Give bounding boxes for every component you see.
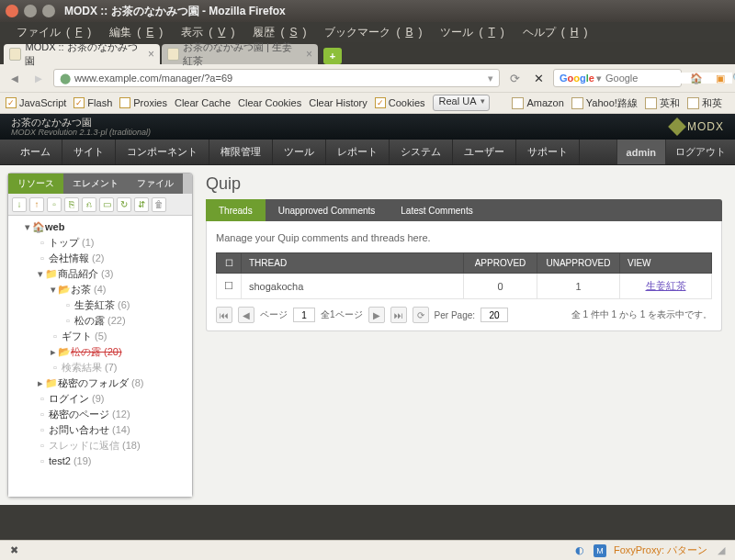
tree-item[interactable]: ▫test2 (19) (36, 454, 190, 469)
minimize-icon[interactable] (24, 5, 37, 17)
menu-help[interactable]: ヘルプ(H) (512, 23, 594, 42)
new-tab-button[interactable]: + (323, 48, 342, 64)
expand-all-icon[interactable]: ↓ (12, 197, 27, 212)
nav-system[interactable]: システム (390, 140, 453, 164)
menu-file[interactable]: ファイル(F) (6, 23, 96, 42)
toggle-flash[interactable]: Flash (74, 97, 112, 108)
tree-item[interactable]: ▾📂お茶 (4) ▫生姜紅茶 (6) ▫松の露 (22) (49, 282, 190, 329)
menu-tools[interactable]: ツール(T) (429, 23, 509, 42)
tree-item[interactable]: ▫お問い合わせ (14) (36, 422, 190, 438)
table-row[interactable]: ☐ shogakocha 0 1 生姜紅茶 (217, 274, 712, 299)
pager-first-icon[interactable]: ⏮ (216, 307, 232, 323)
browser-tab-active[interactable]: MODX :: お茶のなかみつ園 × (4, 44, 160, 64)
tree-item[interactable]: ▾📁商品紹介 (3) ▾📂お茶 (4) ▫生姜紅茶 (6) ▫松の露 (22) … (36, 266, 190, 375)
new-weblink-icon[interactable]: ⎘ (64, 197, 79, 212)
tree-item[interactable]: ▫秘密のページ (12) (36, 407, 190, 422)
tree-item[interactable]: ▫松の露 (22) (62, 313, 190, 329)
new-symlink-icon[interactable]: ⎌ (82, 197, 96, 212)
col-unapproved[interactable]: UNAPPROVED (537, 253, 620, 274)
bookmark-eiwa[interactable]: 英和 (645, 96, 680, 110)
nav-reports[interactable]: レポート (326, 140, 390, 164)
addon-icon[interactable]: ✖ (7, 544, 20, 557)
pager-next-icon[interactable]: ▶ (368, 307, 385, 323)
tree-item[interactable]: ▫検索結果 (7) (49, 360, 190, 375)
pager-last-icon[interactable]: ⏭ (390, 307, 407, 323)
pager-page-input[interactable] (293, 308, 315, 322)
tree-item[interactable]: ▫ログイン (9) (36, 391, 190, 407)
close-tab-icon[interactable]: × (306, 48, 312, 61)
search-bar[interactable]: Google▾ 🔍 (553, 69, 682, 87)
tab-unapproved[interactable]: Unapproved Comments (266, 199, 389, 221)
tree-item[interactable]: ▫会社情報 (2) (36, 251, 190, 266)
new-resource-icon[interactable]: ▫ (47, 197, 62, 212)
sort-tree-icon[interactable]: ⇵ (134, 197, 149, 212)
menu-edit[interactable]: 編集(E) (98, 23, 168, 42)
nav-tools[interactable]: ツール (273, 140, 326, 164)
toggle-proxies[interactable]: Proxies (119, 97, 167, 108)
clear-history-button[interactable]: Clear History (309, 97, 368, 108)
tree-context-web[interactable]: ▾🏠web ▫トップ (1) ▫会社情報 (2) ▾📁商品紹介 (3) ▾📂お茶… (23, 219, 190, 469)
nav-logout[interactable]: ログアウト (666, 140, 735, 164)
feed-icon[interactable]: ▣ (711, 70, 729, 86)
nav-home[interactable]: ホーム (9, 140, 62, 164)
tab-files[interactable]: ファイル (128, 174, 183, 194)
nav-site[interactable]: サイト (62, 140, 116, 164)
resource-tree[interactable]: ▾🏠web ▫トップ (1) ▫会社情報 (2) ▾📁商品紹介 (3) ▾📂お茶… (8, 216, 192, 497)
trash-icon[interactable]: 🗑 (152, 197, 166, 212)
maximize-icon[interactable] (42, 5, 55, 17)
menu-bookmarks[interactable]: ブックマーク(B) (313, 23, 427, 42)
tab-elements[interactable]: エレメント (63, 174, 128, 194)
address-bar[interactable]: ⬤ ▾ (53, 69, 500, 87)
back-button[interactable]: ◄ (6, 70, 24, 86)
pager-prev-icon[interactable]: ◀ (238, 307, 254, 323)
tab-threads[interactable]: Threads (206, 199, 266, 221)
bookmark-yahoo[interactable]: Yahoo!路線 (571, 96, 638, 110)
row-checkbox[interactable]: ☐ (217, 274, 242, 299)
menu-view[interactable]: 表示(V) (170, 23, 240, 42)
nav-user[interactable]: admin (616, 140, 666, 164)
script-icon[interactable]: M (594, 544, 606, 557)
home-button[interactable]: 🏠 (687, 70, 706, 86)
pager-refresh-icon[interactable]: ⟳ (413, 307, 429, 323)
nav-support[interactable]: サポート (516, 140, 580, 164)
tree-item[interactable]: ▫スレッドに返信 (18) (36, 438, 190, 454)
col-checkbox[interactable]: ☐ (217, 253, 242, 274)
collapse-all-icon[interactable]: ↑ (29, 197, 44, 212)
perpage-input[interactable] (481, 308, 508, 322)
menu-history[interactable]: 履歴(S) (242, 23, 311, 42)
site-identity-icon[interactable]: ⬤ (60, 73, 71, 84)
close-tab-icon[interactable]: × (148, 48, 154, 61)
nav-users[interactable]: ユーザー (453, 140, 516, 164)
tree-item[interactable]: ▸📂松の露 (20) (49, 344, 190, 360)
url-input[interactable] (74, 73, 488, 84)
toggle-javascript[interactable]: JavaScript (6, 97, 66, 108)
col-view[interactable]: VIEW (620, 253, 712, 274)
foxyproxy-status[interactable]: FoxyProxy: パターン (614, 543, 707, 557)
reload-button[interactable]: ⟳ (505, 70, 524, 86)
forward-button[interactable]: ► (29, 70, 48, 86)
browser-tab-inactive[interactable]: お茶のなかみつ園 | 生姜紅茶 × (162, 44, 318, 64)
clear-cache-button[interactable]: Clear Cache (175, 97, 231, 108)
dropdown-icon[interactable]: ▾ (488, 73, 493, 84)
close-icon[interactable] (6, 5, 18, 17)
col-thread[interactable]: THREAD (242, 253, 464, 274)
resize-grip-icon[interactable]: ◢ (715, 544, 728, 557)
useragent-select[interactable]: Real UA (433, 95, 491, 111)
clear-cookies-button[interactable]: Clear Cookies (238, 97, 301, 108)
tree-item[interactable]: ▫ギフト (5) (49, 329, 190, 344)
bookmark-amazon[interactable]: Amazon (512, 97, 563, 109)
tab-latest[interactable]: Latest Comments (388, 199, 485, 221)
nav-components[interactable]: コンポーネント (116, 140, 209, 164)
tab-resources[interactable]: リソース (8, 174, 63, 194)
tree-item[interactable]: ▫生姜紅茶 (6) (62, 297, 190, 313)
bookmark-waei[interactable]: 和英 (687, 96, 722, 110)
col-approved[interactable]: APPROVED (464, 253, 537, 274)
new-static-icon[interactable]: ▭ (99, 197, 114, 212)
nav-security[interactable]: 権限管理 (209, 140, 273, 164)
toggle-cookies[interactable]: Cookies (375, 97, 425, 108)
refresh-tree-icon[interactable]: ↻ (117, 197, 131, 212)
tree-item[interactable]: ▫トップ (1) (36, 235, 190, 251)
tree-item[interactable]: ▸📁秘密のフォルダ (8) (36, 375, 190, 391)
stop-button[interactable]: ✕ (529, 70, 548, 86)
sync-icon[interactable]: ◐ (573, 544, 586, 557)
